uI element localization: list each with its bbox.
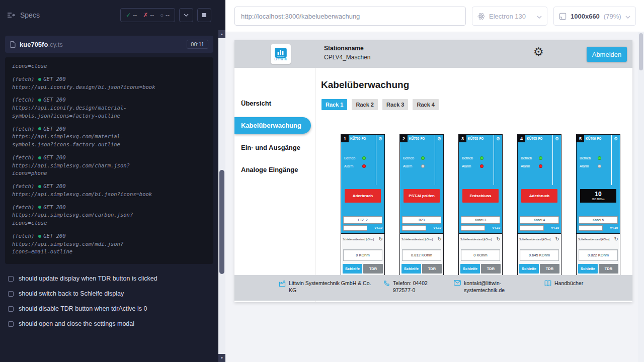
version-cell	[579, 225, 603, 231]
app-sidebar: Übersicht Kabelüberwachung Ein- und Ausg…	[234, 68, 316, 302]
nav-item[interactable]: Übersicht	[234, 92, 315, 114]
alarm-led	[480, 164, 484, 168]
device-card: 3 KÜ705-FO ⚙ Betrieb Alarm	[458, 134, 503, 285]
success-dot-icon	[38, 235, 41, 238]
test-title: should disable TDR button when tdrActive…	[19, 305, 147, 312]
cable-name: B23	[402, 216, 441, 224]
loop-resistance-label: Schleifenwiderstand [kOhm]	[343, 237, 374, 241]
refresh-icon[interactable]: ↻	[438, 237, 442, 242]
cross-icon: ✗	[143, 12, 148, 19]
card-model: KÜ705-FO	[466, 135, 494, 142]
card-gear-icon[interactable]: ⚙	[376, 135, 384, 142]
http-status: GET 200	[38, 204, 65, 212]
collapse-button[interactable]	[179, 8, 193, 22]
scroll-down-button[interactable]: ▼	[218, 354, 225, 362]
schleife-button[interactable]: Schleife	[343, 264, 362, 274]
runner-scrollbar: ▲ ▼	[218, 30, 225, 362]
tdr-button[interactable]: TDR	[363, 264, 383, 274]
aut-scrollbar-thumb[interactable]	[639, 33, 643, 70]
log-entry[interactable]: (fetch) GET 200 https://api.simplesvg.co…	[5, 154, 213, 177]
viewport-select[interactable]: 1000x660 (79%)	[553, 7, 636, 26]
status-message: Erdschluss	[462, 189, 499, 203]
scroll-up-button[interactable]: ▲	[218, 30, 225, 38]
scrollbar-thumb[interactable]	[219, 170, 224, 274]
phone-icon	[383, 280, 390, 287]
specs-toggle-button[interactable]: Specs	[7, 11, 40, 19]
card-gear-icon[interactable]: ⚙	[494, 135, 502, 142]
refresh-icon[interactable]: ↻	[379, 237, 383, 242]
url-input[interactable]: http://localhost:3000/kabelueberwachung	[234, 7, 466, 26]
logout-button[interactable]: Abmelden	[587, 47, 627, 62]
firmware-version: V4.19	[492, 226, 500, 229]
version-row: V4.19	[402, 225, 441, 231]
test-stats: ✓-- ✗-- ○--	[120, 8, 175, 22]
card-model: KÜ706-FO	[584, 135, 611, 142]
tdr-button[interactable]: TDR	[599, 264, 618, 274]
spec-file-bar[interactable]: kue705fo.cy.ts 00:11	[5, 36, 213, 53]
log-entry[interactable]: (fetch) GET 200 https://api.iconify.desi…	[5, 96, 213, 120]
divider	[376, 142, 376, 185]
test-row[interactable]: should update display when TDR button is…	[0, 271, 218, 286]
refresh-icon[interactable]: ↻	[614, 237, 618, 242]
http-status: GET 200	[38, 96, 65, 104]
version-row: V4.19	[520, 225, 559, 231]
nav-item[interactable]: Ein- und Ausgänge	[234, 136, 315, 158]
card-gear-icon[interactable]: ⚙	[435, 135, 443, 142]
betrieb-row: Betrieb	[344, 155, 384, 160]
log-entry[interactable]: (fetch) GET 200 https://api.simplesvg.co…	[5, 183, 213, 199]
display-unit: ISO MOhm	[592, 198, 604, 201]
footer-company: Littwin Systemtechnik GmbH & Co. KG	[279, 280, 375, 294]
firmware-version: V4.19	[374, 226, 382, 229]
log-entry[interactable]: icons=close	[5, 62, 213, 70]
rack-tab[interactable]: Rack 2	[352, 99, 377, 110]
device-card: 5 KÜ706-FO ⚙ Betrieb Alarm	[576, 134, 620, 285]
specs-label: Specs	[20, 11, 40, 19]
littwin-logo: LITTWIN	[271, 44, 291, 64]
log-entry[interactable]: (fetch) GET 200 https://api.simplesvg.co…	[5, 204, 213, 227]
stop-icon	[202, 13, 206, 17]
fetch-label: (fetch)	[12, 183, 34, 191]
browser-select[interactable]: Electron 130	[472, 7, 547, 26]
nav-item[interactable]: Analoge Eingänge	[234, 158, 315, 180]
schleife-button[interactable]: Schleife	[401, 264, 421, 274]
rack-tab[interactable]: Rack 3	[382, 99, 408, 110]
footer-manuals[interactable]: Handbücher	[544, 280, 583, 287]
station-name: CPLV4_Maschen	[324, 54, 371, 61]
footer-email[interactable]: kontakt@littwin-systemtechnik.de	[454, 280, 509, 294]
logo-text: LITTWIN	[274, 58, 287, 61]
success-dot-icon	[38, 78, 41, 81]
settings-gear-icon[interactable]: ⚙	[533, 46, 544, 58]
tdr-button[interactable]: TDR	[540, 264, 559, 274]
log-entry[interactable]: (fetch) GET 200 https://api.simplesvg.co…	[5, 232, 213, 256]
divider	[494, 142, 494, 185]
card-gear-icon[interactable]: ⚙	[552, 135, 561, 142]
electron-icon	[477, 13, 485, 20]
schleife-button[interactable]: Schleife	[460, 264, 480, 274]
log-entry[interactable]: (fetch) GET 200 https://api.simplesvg.co…	[5, 125, 213, 149]
rack-tab[interactable]: Rack 4	[413, 99, 438, 110]
log-entry[interactable]: (fetch) GET 200 https://api.iconify.desi…	[5, 75, 213, 92]
tdr-button[interactable]: TDR	[422, 264, 442, 274]
cable-name: Kabel 3	[461, 216, 500, 224]
betrieb-led	[362, 156, 366, 160]
test-row[interactable]: should disable TDR button when tdrActive…	[0, 301, 218, 316]
nav-item[interactable]: Kabelüberwachung	[234, 117, 311, 134]
page-title: Kabelüberwachung	[321, 79, 409, 90]
rack-tabs: Rack 1 Rack 2 Rack 3 Rack 4	[321, 99, 439, 110]
tdr-button[interactable]: TDR	[481, 264, 501, 274]
aut-scrollbar	[638, 32, 644, 362]
schleife-button[interactable]: Schleife	[578, 264, 598, 274]
test-row[interactable]: should open and close the settings modal	[0, 316, 218, 331]
card-gear-icon[interactable]: ⚙	[611, 135, 620, 142]
rack-tab[interactable]: Rack 1	[321, 99, 347, 110]
alarm-row: Alarm	[403, 163, 443, 168]
refresh-icon[interactable]: ↻	[555, 237, 559, 242]
device-card: 2 KÜ705-FO ⚙ Betrieb Alarm	[399, 134, 444, 285]
request-url: https://api.simplesvg.com/carbon.json?ic…	[12, 211, 159, 227]
test-row[interactable]: should switch back to Schleife display	[0, 286, 218, 301]
stop-button[interactable]	[197, 8, 211, 22]
divider	[435, 142, 435, 185]
schleife-button[interactable]: Schleife	[519, 264, 539, 274]
refresh-icon[interactable]: ↻	[497, 237, 501, 242]
loop-resistance-label: Schleifenwiderstand [kOhm]	[578, 237, 609, 241]
